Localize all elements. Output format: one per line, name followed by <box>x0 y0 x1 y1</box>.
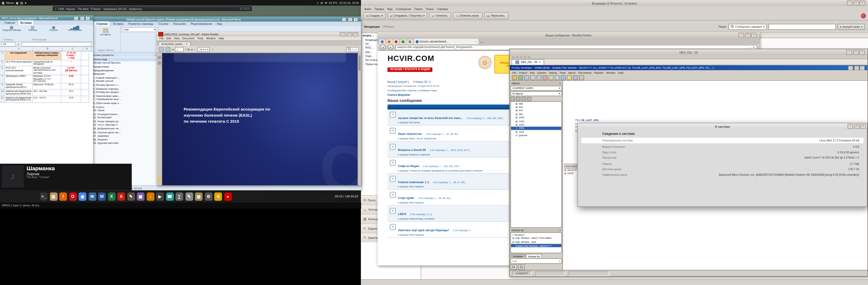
cell[interactable]: 17.07.20 3 неде… + соф <box>62 51 81 61</box>
tree-item[interactable]: ▦ 1081 <box>511 127 561 130</box>
cell[interactable]: 35.0 - 46.0 фл <box>33 90 62 96</box>
pdf-page[interactable]: C Рекомендации Европейской ассоциации по… <box>162 53 358 185</box>
menu-item[interactable]: Help <box>218 37 224 40</box>
outline-item[interactable]: Аллен Карр <box>91 58 158 61</box>
outline-item[interactable]: 12. Релаксация <box>91 116 158 119</box>
mail-icon[interactable]: ✉ <box>88 192 96 200</box>
expand-icon[interactable]: ⊟ <box>564 168 566 171</box>
outline-item[interactable]: 6. Никотиновая зави… <box>91 94 158 98</box>
plan-row[interactable]: ⊞ SORT <box>564 172 577 175</box>
system-info-row[interactable]: Память 3.7 ГиБ <box>581 161 864 167</box>
record-icon[interactable]: ● <box>224 192 232 200</box>
menu-item[interactable]: Tools <box>559 71 565 74</box>
table-row[interactable]: 5 HCV-РНК качественный Отрицательный/ не… <box>0 61 93 67</box>
topic-title-link[interactable]: Наше творчество <box>398 132 422 135</box>
word-titlebar[interactable]: Лёгкий способ бросить курить [Режим огра… <box>91 16 361 22</box>
image-viewer-icon[interactable]: ▦ <box>137 192 145 200</box>
pinned-tab-icon[interactable] <box>386 39 392 44</box>
menu-item[interactable]: Macro <box>568 71 576 74</box>
show-desktop-icon[interactable]: ▣ <box>16 1 19 4</box>
objects-mini-toolbar[interactable] <box>510 97 562 101</box>
panel-tab[interactable]: Templates <box>510 254 525 258</box>
menu-item[interactable]: Edit <box>166 37 171 40</box>
topic-title-link[interactable]: Старт igrikk <box>398 196 414 200</box>
firefox-titlebar[interactable]: Ваши сообщения - Mozilla Firefox –□× <box>377 32 760 38</box>
table-row[interactable]: 6 PCR HCV количественный МЕ/мл (Аналитич… <box>0 67 93 75</box>
remote-titlebar[interactable]: DEV_OU - 25 –□× <box>510 49 867 56</box>
cell[interactable] <box>81 61 89 67</box>
menu-item[interactable]: Edit <box>530 71 534 74</box>
topic-pages[interactable]: [ На страницу: 1 ... <box>453 229 473 231</box>
pages-icon[interactable] <box>157 62 161 65</box>
find-icon[interactable] <box>510 264 517 270</box>
menu-item[interactable]: Document <box>182 37 194 40</box>
zoom-in-icon[interactable]: + <box>212 48 213 50</box>
adobe-window-buttons[interactable]: –□× <box>340 32 359 37</box>
logout-link[interactable]: Выход [ SergioD ] <box>388 80 409 83</box>
table-row[interactable]: 4 Исследование Лабораторные нормы, едини… <box>0 51 93 61</box>
column-header[interactable]: D <box>83 47 91 51</box>
outline-item[interactable]: 3. Почему бросить т… <box>91 83 158 87</box>
outline-item[interactable]: Лёгкий способ бросить <box>91 61 158 65</box>
close-icon[interactable]: × <box>559 229 561 232</box>
topic-pages[interactable]: [ На страницу: 1 ... 87, 88, 89 ] <box>426 133 458 135</box>
paste-button[interactable]: Вставить <box>100 33 111 36</box>
outline-item[interactable]: 10. Скука <box>91 108 158 112</box>
menu-item[interactable]: Window <box>606 71 616 74</box>
forum-link[interactable]: Моя терапия <box>409 201 424 204</box>
settings-icon[interactable]: ⚙ <box>205 192 212 200</box>
menu-item[interactable]: File <box>159 37 164 40</box>
system-info-row[interactable]: Операционная система Linux Mint 17.3 Cin… <box>581 138 864 144</box>
reload-icon[interactable]: ↻ <box>753 46 755 48</box>
menu-button[interactable]: Меню <box>6 1 14 4</box>
cell[interactable]: PCR HCV количественный <box>5 67 33 75</box>
outline-item[interactable]: 5. Почему мы продол… <box>91 90 158 94</box>
forum-link[interactable]: Успехи их отправки препаратов из-за рубе… <box>409 169 482 172</box>
cell[interactable]: Лабораторные нормы, единицы измерения <box>33 51 62 61</box>
cell[interactable]: 5,08 <box>62 75 81 83</box>
close-icon[interactable]: × <box>186 42 188 45</box>
new-tab-button[interactable]: + <box>479 41 484 44</box>
outline-item[interactable]: 16. Сколько денег вы… <box>91 130 158 134</box>
fx-icon[interactable]: fx <box>16 43 21 45</box>
menu-item[interactable]: Project <box>519 71 527 74</box>
firefox-window-buttons[interactable]: –□× <box>739 33 758 37</box>
private-messages-link[interactable]: 0 Новых ЛС: 0 <box>413 80 431 83</box>
menu-item[interactable]: Window <box>206 37 216 40</box>
topic-pages[interactable]: [ На страницу: 1 ... 660, 661, 662 ] <box>467 116 503 119</box>
forum-link[interactable]: Вопросы новичков <box>409 153 430 155</box>
outline-item[interactable]: 4. Коварная ловушка <box>91 87 158 91</box>
evolution-titlebar[interactable]: Входящие (178 всего) - Evolution –□× <box>361 0 868 6</box>
menu-item[interactable]: Help <box>618 71 623 74</box>
save-icon[interactable] <box>166 47 170 52</box>
outline-item[interactable]: 13. Когда поводов дл… <box>91 119 158 123</box>
topic-pages[interactable]: [ На страницу: 1 ... 86, 87, 88 ] <box>433 180 465 183</box>
cell[interactable]: Ширина распределения эритроцитов (RDW-CV… <box>5 96 33 103</box>
forward-icon[interactable]: ▸ <box>388 44 394 50</box>
close-icon[interactable]: × <box>539 61 540 64</box>
window-list-item[interactable]: ▥ Explain Plan Window - SELECT /* <box>511 244 561 248</box>
close-icon[interactable]: × <box>155 53 156 56</box>
table-row[interactable]: 10 Ширина распределения эритроцитов (RDW… <box>0 90 93 96</box>
cell[interactable] <box>81 83 89 90</box>
editor-icon[interactable]: ✎ <box>185 192 193 200</box>
tree-item[interactable]: ▦ 961 <box>511 112 561 116</box>
files-icon[interactable]: ▤ <box>20 1 23 4</box>
outline-item[interactable]: Предисловие <box>91 65 158 69</box>
music-icon[interactable]: ♪ <box>146 192 154 200</box>
cell[interactable] <box>81 67 89 75</box>
ribbon-button[interactable]: ▤ Таблица <box>23 25 42 37</box>
chat-icon[interactable]: ☎ <box>166 192 174 200</box>
weather-icon[interactable]: ☀ <box>214 192 222 200</box>
panel-tab[interactable]: Window list <box>526 254 542 258</box>
cell[interactable]: Средний объём эритроцитов (MCV) <box>5 83 33 90</box>
tree-item[interactable]: ▦ 1041 <box>511 119 561 123</box>
ribbon-tab[interactable]: Вставка <box>18 20 34 25</box>
tree-item[interactable]: ▦ 1001 <box>511 116 561 119</box>
ribbon-tab[interactable]: Рассылки <box>171 22 188 26</box>
toolbar-button[interactable]: ⇄ Отправить / Получить ▾ <box>387 12 427 19</box>
site-logo[interactable]: HCVIR.COM <box>388 54 470 63</box>
column-header[interactable]: A <box>5 47 33 51</box>
menu-item[interactable]: File <box>512 71 517 74</box>
topic-title-link[interactable]: Совсем новенькая :) :( <box>398 180 429 183</box>
